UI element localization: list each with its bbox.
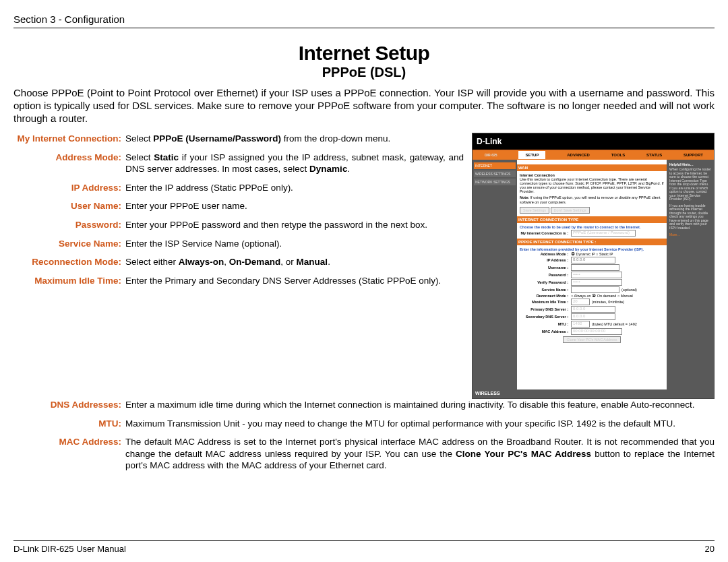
def-text: Select PPPoE (Username/Password) from th… (125, 133, 464, 145)
mtu-input[interactable]: 1492 (571, 321, 590, 327)
page-footer: D-Link DIR-625 User Manual 20 (13, 540, 715, 554)
def-label: My Internet Connection: (13, 133, 125, 145)
verify-password-input[interactable]: ••••• (571, 279, 622, 286)
router-help: Helpful Hints… When configuring the rout… (667, 160, 714, 389)
def-label: Service Name: (13, 238, 125, 250)
section-header: Section 3 - Configuration (13, 13, 715, 25)
def-mtu: MTU: Maximum Transmission Unit - you may… (13, 418, 715, 430)
connection-select[interactable]: PPPoE (Username / Password) (571, 230, 636, 237)
page-subtitle: PPPoE (DSL) (13, 65, 715, 80)
nav-advanced[interactable]: ADVANCED (567, 153, 590, 157)
def-label: DNS Addresses: (13, 399, 125, 411)
mac-input[interactable]: 00:00:00:00:00:00 (571, 328, 622, 335)
def-reconnection-mode: Reconnection Mode: Select either Always-… (13, 256, 464, 268)
pdns-input[interactable]: 0.0.0.0 (571, 306, 615, 313)
def-label: MTU: (13, 418, 125, 430)
def-text: The default MAC Address is set to the In… (125, 436, 715, 472)
nav-tools[interactable]: TOOLS (611, 153, 626, 157)
save-button[interactable]: Save Settings (520, 207, 549, 214)
side-network[interactable]: NETWORK SETTINGS (474, 179, 516, 185)
nav-setup[interactable]: SETUP (518, 151, 545, 159)
nav-status[interactable]: STATUS (646, 153, 662, 157)
router-main: WAN Internet Connection Use this section… (517, 160, 667, 389)
intro-paragraph: Choose PPPoE (Point to Point Protocol ov… (13, 87, 715, 125)
router-screenshot: D-Link DIR-625 SETUP ADVANCED TOOLS STAT… (472, 133, 715, 399)
idle-input[interactable]: 20 (571, 299, 590, 305)
def-label: Address Mode: (13, 152, 125, 175)
ict-band: INTERNET CONNECTION TYPE (517, 216, 667, 223)
divider-top (13, 28, 715, 28)
def-text: Enter a maximum idle time during which t… (125, 399, 715, 411)
def-text: Enter the IP address (Static PPPoE only)… (125, 182, 464, 194)
def-text: Enter the Primary and Secondary DNS Serv… (125, 275, 464, 287)
def-text: Enter the ISP Service Name (optional). (125, 238, 464, 250)
nav-support[interactable]: SUPPORT (684, 153, 703, 157)
sdns-input[interactable]: 0.0.0.0 (571, 313, 615, 320)
wireless-band: WIRELESS (473, 389, 714, 397)
footer-left: D-Link DIR-625 User Manual (13, 544, 126, 554)
def-label: IP Address: (13, 182, 125, 194)
router-sidebar: INTERNET WIRELESS SETTINGS NETWORK SETTI… (473, 160, 517, 389)
def-max-idle: Maximum Idle Time: Enter the Primary and… (13, 275, 464, 287)
def-label: Maximum Idle Time: (13, 275, 125, 287)
def-mac-address: MAC Address: The default MAC Address is … (13, 436, 715, 472)
side-internet[interactable]: INTERNET (474, 162, 516, 169)
def-label: Password: (13, 219, 125, 231)
def-ip-address: IP Address: Enter the IP address (Static… (13, 182, 464, 194)
brand-logo: D-Link (477, 137, 502, 146)
username-input[interactable] (571, 264, 619, 271)
def-text: Maximum Transmission Unit - you may need… (125, 418, 715, 430)
def-service-name: Service Name: Enter the ISP Service Name… (13, 238, 464, 250)
def-label: User Name: (13, 200, 125, 212)
def-text: Enter your PPPoE user name. (125, 200, 464, 212)
page-number: 20 (705, 544, 715, 554)
router-header: D-Link (473, 133, 714, 150)
def-my-internet-connection: My Internet Connection: Select PPPoE (Us… (13, 133, 464, 145)
ip-input[interactable]: 0.0.0.0 (571, 257, 615, 263)
def-text: Select Static if your ISP assigned you t… (125, 152, 464, 175)
def-dns-addresses: DNS Addresses: Enter a maximum idle time… (13, 399, 715, 411)
router-nav: DIR-625 SETUP ADVANCED TOOLS STATUS SUPP… (473, 150, 714, 160)
more-link[interactable]: More… (669, 232, 711, 237)
page-title: Internet Setup (13, 42, 715, 65)
dont-save-button[interactable]: Don't Save Settings (551, 207, 590, 214)
def-user-name: User Name: Enter your PPPoE user name. (13, 200, 464, 212)
wan-band: WAN (517, 164, 667, 171)
def-label: Reconnection Mode: (13, 256, 125, 268)
def-text: Select either Always-on, On-Demand, or M… (125, 256, 464, 268)
pppoe-band: PPPOE INTERNET CONNECTION TYPE : (517, 239, 667, 245)
password-input[interactable]: ••••• (571, 272, 622, 278)
def-password: Password: Enter your PPPoE password and … (13, 219, 464, 231)
def-text: Enter your PPPoE password and then retyp… (125, 219, 464, 231)
service-input[interactable] (571, 286, 619, 293)
def-label: MAC Address: (13, 436, 125, 472)
def-address-mode: Address Mode: Select Static if your ISP … (13, 152, 464, 175)
side-wireless[interactable]: WIRELESS SETTINGS (474, 170, 516, 177)
clone-mac-button[interactable]: Clone Your PC's MAC Address (563, 336, 620, 343)
